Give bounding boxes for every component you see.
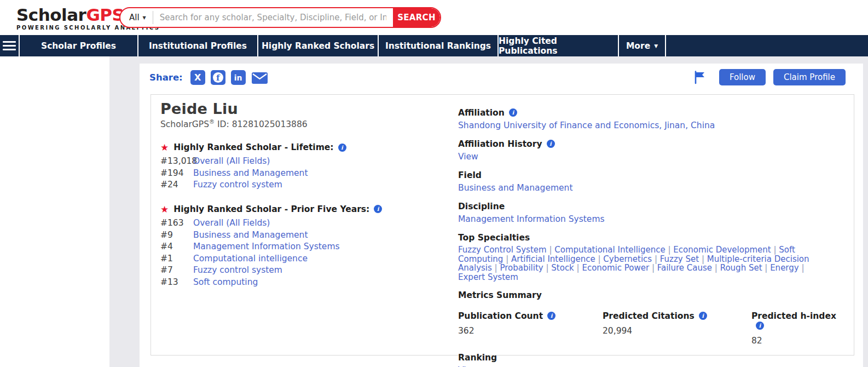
specialty-link[interactable]: Economic Development (673, 245, 771, 255)
rank-category-link[interactable]: Overall (All Fields) (193, 156, 270, 168)
email-icon[interactable] (251, 71, 268, 84)
rank-number: #4 (160, 241, 193, 253)
separator: | (771, 245, 779, 255)
hamburger-menu-icon[interactable] (0, 35, 20, 56)
follow-button[interactable]: Follow (719, 69, 766, 85)
rank-number: #163 (160, 217, 193, 230)
lifetime-ranking-header: ★ Highly Ranked Scholar - Lifetime: i (160, 142, 445, 153)
info-icon[interactable]: i (374, 205, 382, 213)
x-twitter-icon[interactable]: X (190, 70, 205, 85)
rank-number: #9 (160, 230, 193, 242)
scholar-id: ScholarGPS® ID: 81281025013886 (160, 119, 445, 129)
nav-highly-cited-publications[interactable]: Highly Cited Publications (499, 35, 619, 56)
rank-row: #13,018 Overall (All Fields) (160, 156, 445, 168)
chevron-down-icon: ▼ (143, 15, 146, 20)
left-sidebar (0, 56, 109, 367)
main-content: Share: X f in Follow Claim Profile Peide… (140, 64, 863, 367)
profile-identity-column: Peide Liu ScholarGPS® ID: 81281025013886… (160, 100, 445, 289)
affiliation-link[interactable]: Shandong University of Finance and Econo… (458, 121, 715, 130)
nav-highly-ranked-scholars[interactable]: Highly Ranked Scholars (258, 35, 379, 56)
metrics-grid: Publication Counti 362 Predicted Citatio… (458, 311, 847, 346)
separator: | (547, 245, 555, 255)
search-bar: All ▼ SEARCH (119, 7, 441, 28)
info-icon[interactable]: i (338, 144, 346, 152)
info-icon[interactable]: i (699, 312, 707, 320)
metrics-summary-heading: Metrics Summary (458, 290, 847, 300)
metric-item: Predicted Citationsi 20,994 (603, 311, 751, 346)
metric-value: 20,994 (603, 326, 751, 336)
metric-label: Predicted Citationsi (603, 311, 751, 321)
nav-scholar-profiles[interactable]: Scholar Profiles (20, 35, 138, 56)
top-specialties-heading: Top Specialties (458, 233, 847, 243)
rank-category-link[interactable]: Overall (All Fields) (193, 217, 270, 230)
separator: | (649, 263, 657, 273)
rank-row: #9 Business and Management (160, 230, 445, 242)
specialty-link[interactable]: Probability (500, 263, 543, 273)
rank-number: #1 (160, 253, 193, 265)
rank-number: #13 (160, 277, 193, 289)
separator: | (574, 263, 582, 273)
prior-five-years-ranking-header: ★ Highly Ranked Scholar - Prior Five Yea… (160, 204, 445, 215)
rank-category-link[interactable]: Business and Management (193, 168, 308, 180)
rank-category-link[interactable]: Management Information Systems (193, 241, 340, 253)
field-link[interactable]: Business and Management (458, 183, 572, 193)
specialty-link[interactable]: Fuzzy Set (660, 254, 699, 264)
nav-institutional-profiles[interactable]: Institutional Profiles (138, 35, 258, 56)
flag-icon[interactable] (693, 70, 707, 84)
separator: | (762, 263, 771, 273)
rank-category-link[interactable]: Soft computing (193, 277, 258, 289)
specialty-link[interactable]: Computational Intelligence (554, 245, 666, 255)
rank-row: #1 Computational intelligence (160, 253, 445, 265)
rank-category-link[interactable]: Computational intelligence (193, 253, 308, 265)
nav-spacer (666, 35, 868, 56)
specialty-link[interactable]: Cybernetics (603, 254, 652, 264)
specialty-link[interactable]: Rough Set (720, 263, 762, 273)
lifetime-rank-rows: #13,018 Overall (All Fields) #194 Busine… (160, 156, 445, 191)
discipline-heading: Discipline (458, 202, 847, 211)
affiliation-history-section: Affiliation Historyi View (458, 139, 847, 162)
metric-item: Publication Counti 362 (458, 311, 603, 346)
top-specialties-section: Top Specialties Fuzzy Control System | C… (458, 233, 847, 282)
specialty-link[interactable]: Expert System (458, 272, 518, 282)
specialty-link[interactable]: Fuzzy Control System (458, 245, 547, 255)
separator: | (492, 263, 500, 273)
prior-rank-rows: #163 Overall (All Fields) #9 Business an… (160, 217, 445, 289)
profile-details-column: Affiliationi Shandong University of Fina… (458, 108, 847, 367)
separator: | (666, 245, 674, 255)
rank-category-link[interactable]: Business and Management (193, 230, 308, 242)
info-icon[interactable]: i (547, 140, 555, 148)
nav-more[interactable]: More▼ (619, 35, 666, 56)
registered-mark: ® (209, 119, 215, 125)
info-icon[interactable]: i (547, 312, 555, 320)
linkedin-icon[interactable]: in (231, 70, 246, 85)
page-header: ScholarGPS® POWERING SCHOLARLY ANALYTICS… (0, 0, 868, 35)
separator: | (712, 263, 720, 273)
specialty-link[interactable]: Artificial Intelligence (511, 254, 595, 264)
info-icon[interactable]: i (509, 108, 517, 117)
specialty-link[interactable]: Economic Power (582, 263, 649, 273)
affiliation-history-heading: Affiliation Historyi (458, 139, 847, 149)
rank-row: #194 Business and Management (160, 168, 445, 180)
specialty-link[interactable]: Failure Cause (657, 263, 712, 273)
info-icon[interactable]: i (756, 322, 764, 330)
specialty-links: Fuzzy Control System | Computational Int… (458, 245, 830, 282)
nav-institutional-rankings[interactable]: Institutional Rankings (379, 35, 499, 56)
affiliation-history-view-link[interactable]: View (458, 152, 478, 162)
search-button[interactable]: SEARCH (393, 8, 440, 27)
rank-category-link[interactable]: Fuzzy control system (193, 179, 282, 191)
field-section: Field Business and Management (458, 170, 847, 193)
metric-item: Predicted h-indexi 82 (751, 311, 847, 346)
main-nav: Scholar Profiles Institutional Profiles … (0, 35, 868, 56)
search-input[interactable] (153, 8, 393, 27)
search-scope-dropdown[interactable]: All ▼ (120, 8, 153, 27)
specialty-link[interactable]: Stock (551, 263, 574, 273)
discipline-link[interactable]: Management Information Systems (458, 214, 605, 224)
claim-profile-button[interactable]: Claim Profile (773, 69, 846, 85)
metric-label: Predicted h-indexi (751, 311, 847, 331)
separator: | (699, 254, 707, 264)
specialty-link[interactable]: Energy (770, 263, 799, 273)
facebook-icon[interactable]: f (211, 70, 225, 85)
rank-category-link[interactable]: Fuzzy control system (193, 265, 282, 277)
share-label: Share: (149, 72, 183, 83)
share-row: Share: X f in (149, 70, 268, 85)
